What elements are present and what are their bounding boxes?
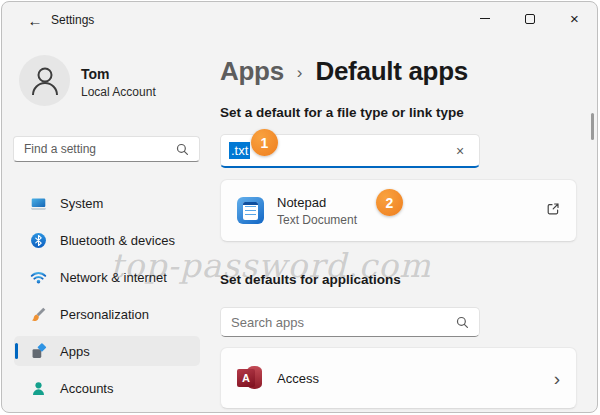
sidebar-item-label: System: [60, 196, 103, 211]
apps-icon: [30, 343, 47, 360]
find-setting-placeholder: Find a setting: [14, 142, 176, 156]
network-icon: [30, 269, 47, 286]
scrollbar-thumb[interactable]: [591, 113, 594, 140]
sidebar-item-label: Bluetooth & devices: [60, 233, 175, 248]
window-title: Settings: [51, 13, 94, 27]
minimize-button[interactable]: [462, 2, 507, 35]
sidebar-item-system[interactable]: System: [14, 188, 200, 218]
file-type-section-label: Set a default for a file type or link ty…: [220, 105, 464, 120]
breadcrumb-apps[interactable]: Apps: [220, 56, 284, 87]
search-apps-placeholder: Search apps: [231, 315, 456, 330]
clear-icon: ×: [456, 143, 464, 159]
app-name: Notepad: [277, 195, 357, 210]
clear-search-button[interactable]: ×: [449, 140, 471, 162]
accounts-icon: [30, 380, 47, 397]
personalization-icon: [30, 306, 47, 323]
minimize-icon: [480, 18, 490, 19]
settings-window: top-password.com ← Settings × Tom L: [1, 1, 598, 413]
account-type: Local Account: [81, 85, 156, 99]
app-name: Access: [277, 371, 319, 386]
account-name: Tom: [81, 66, 110, 82]
file-type-search-value: .txt: [229, 142, 250, 159]
title-bar: ← Settings ×: [2, 2, 597, 38]
sidebar-item-label: Apps: [60, 344, 90, 359]
chevron-right-icon: ›: [554, 369, 560, 388]
close-icon: ×: [570, 11, 579, 26]
person-icon: [22, 58, 68, 104]
system-icon: [30, 195, 47, 212]
apps-section-label: Set defaults for applications: [220, 272, 401, 287]
page-title: Default apps: [315, 56, 467, 87]
maximize-icon: [525, 14, 535, 24]
open-external-icon[interactable]: [546, 202, 560, 220]
step-badge-2: 2: [376, 189, 403, 216]
maximize-button[interactable]: [507, 2, 552, 35]
breadcrumb-separator-icon: ›: [297, 63, 303, 83]
sidebar-nav: System Bluetooth & devices: [14, 188, 200, 410]
bluetooth-icon: [30, 232, 47, 249]
window-controls: ×: [462, 2, 597, 35]
notepad-icon: [237, 197, 264, 224]
search-icon: [176, 143, 189, 156]
app-file-type: Text Document: [277, 213, 357, 227]
sidebar-item-personalization[interactable]: Personalization: [14, 299, 200, 329]
search-icon: [456, 316, 469, 329]
search-apps-input[interactable]: Search apps: [220, 307, 480, 337]
sidebar-item-bluetooth[interactable]: Bluetooth & devices: [14, 225, 200, 255]
step-badge-1: 1: [251, 129, 278, 156]
sidebar-item-label: Personalization: [60, 307, 149, 322]
avatar: [19, 55, 70, 106]
back-button[interactable]: ←: [22, 8, 48, 32]
sidebar-item-network[interactable]: Network & internet: [14, 262, 200, 292]
back-icon: ←: [28, 12, 43, 29]
sidebar-item-label: Accounts: [60, 381, 113, 396]
find-setting-input[interactable]: Find a setting: [13, 136, 200, 162]
close-button[interactable]: ×: [552, 2, 597, 35]
breadcrumb: Apps › Default apps: [220, 56, 468, 87]
sidebar-item-label: Network & internet: [60, 270, 167, 285]
sidebar-item-accounts[interactable]: Accounts: [14, 373, 200, 403]
access-app-icon: A: [237, 365, 264, 392]
app-row-access[interactable]: A Access ›: [220, 347, 577, 409]
sidebar-item-apps[interactable]: Apps: [14, 336, 200, 366]
